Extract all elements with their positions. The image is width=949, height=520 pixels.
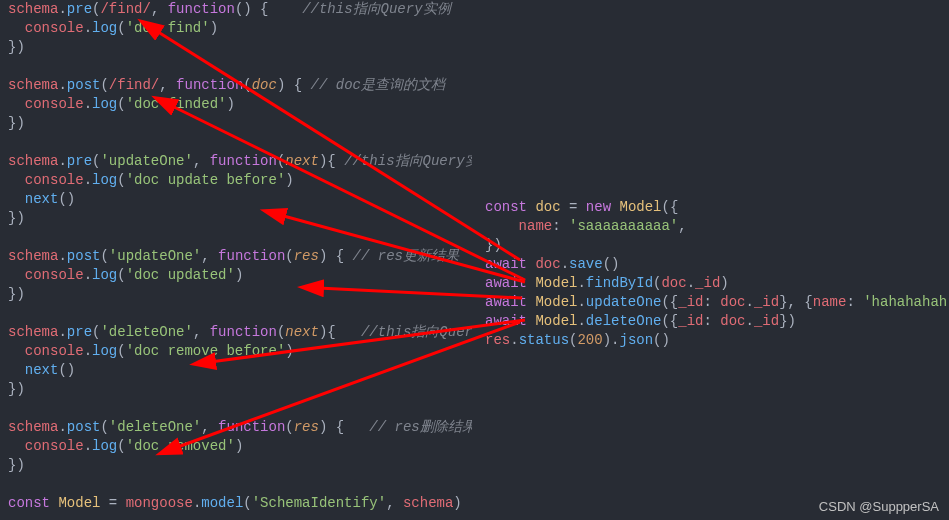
token-method: pre [67, 1, 92, 17]
code-line: }) [8, 456, 464, 475]
left-code-pane: schema.pre(/find/, function() { //this指向… [0, 0, 472, 520]
code-line: await doc.save() [485, 255, 939, 274]
code-line: const doc = new Model({ [485, 198, 939, 217]
code-line: }) [8, 114, 464, 133]
code-line: await Model.updateOne({_id: doc._id}, {n… [485, 293, 939, 312]
code-line: }) [8, 380, 464, 399]
code-line: console.log('doc find') [8, 19, 464, 38]
blank-line [8, 133, 464, 152]
code-line: }) [8, 209, 464, 228]
code-line: console.log('doc remove before') [8, 342, 464, 361]
right-code-pane: const doc = new Model({ name: 'saaaaaaaa… [475, 184, 949, 344]
code-line: schema.pre('deleteOne', function(next){ … [8, 323, 464, 342]
code-line: const Model = mongoose.model('SchemaIden… [8, 494, 464, 513]
code-line: }) [485, 236, 939, 255]
code-line: schema.pre('updateOne', function(next){ … [8, 152, 464, 171]
code-line: console.log('doc update before') [8, 171, 464, 190]
code-line: }) [8, 285, 464, 304]
code-line: schema.post(/find/, function(doc) { // d… [8, 76, 464, 95]
code-line: res.status(200).json() [485, 331, 939, 350]
code-line: next() [8, 190, 464, 209]
code-line: console.log('doc updated') [8, 266, 464, 285]
token-var: schema [8, 1, 58, 17]
blank-line [8, 399, 464, 418]
code-line: schema.post('deleteOne', function(res) {… [8, 418, 464, 437]
token-comment: //this指向Query实例 [302, 1, 450, 17]
blank-line [8, 57, 464, 76]
blank-line [8, 475, 464, 494]
blank-line [8, 304, 464, 323]
watermark-text: CSDN @SuppperSA [819, 497, 939, 516]
code-line: await Model.findById(doc._id) [485, 274, 939, 293]
code-line: console.log('doc removed') [8, 437, 464, 456]
blank-line [8, 228, 464, 247]
code-line: console.log('doc finded') [8, 95, 464, 114]
token-keyword: function [168, 1, 235, 17]
code-line: }) [8, 38, 464, 57]
code-line: next() [8, 361, 464, 380]
code-line: name: 'saaaaaaaaaa', [485, 217, 939, 236]
code-line: schema.post('updateOne', function(res) {… [8, 247, 464, 266]
code-line: await Model.deleteOne({_id: doc._id}) [485, 312, 939, 331]
token-regex: /find/ [100, 1, 150, 17]
code-line: schema.pre(/find/, function() { //this指向… [8, 0, 464, 19]
